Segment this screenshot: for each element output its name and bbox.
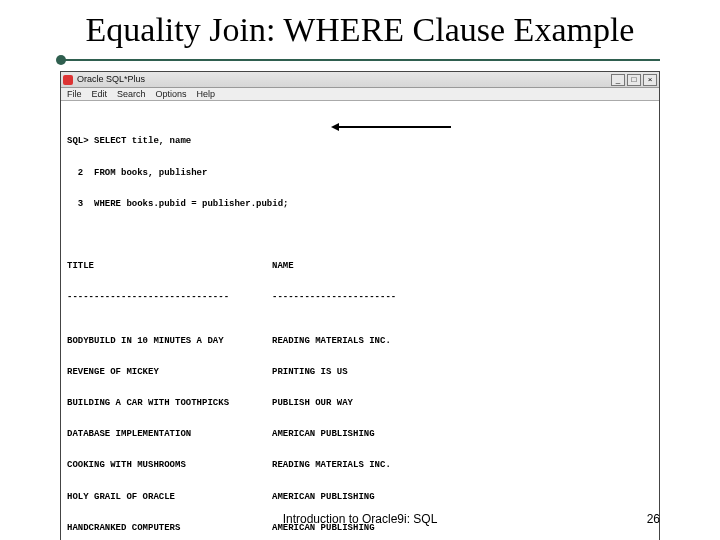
cell-title: BUILDING A CAR WITH TOOTHPICKS [67,398,272,408]
close-button[interactable]: × [643,74,657,86]
table-row: DATABASE IMPLEMENTATIONAMERICAN PUBLISHI… [67,429,653,439]
maximize-button[interactable]: □ [627,74,641,86]
cell-name: AMERICAN PUBLISHING [272,429,375,439]
table-row: COOKING WITH MUSHROOMSREADING MATERIALS … [67,460,653,470]
annotation-arrow [331,123,451,131]
window-controls: _ □ × [611,74,657,86]
menu-options[interactable]: Options [156,89,187,99]
column-headers: TITLENAME [67,261,653,271]
cell-title: COOKING WITH MUSHROOMS [67,460,272,470]
cell-name: PRINTING IS US [272,367,348,377]
app-icon [63,75,73,85]
cell-title: HOLY GRAIL OF ORACLE [67,492,272,502]
slide-footer: Introduction to Oracle9i: SQL 26 [0,512,720,526]
dash-name: ----------------------- [272,292,396,302]
window-titlebar: Oracle SQL*Plus _ □ × [61,72,659,88]
table-row: HOLY GRAIL OF ORACLEAMERICAN PUBLISHING [67,492,653,502]
menu-file[interactable]: File [67,89,82,99]
header-dash-line: ----------------------------------------… [67,292,653,306]
cell-title: REVENGE OF MICKEY [67,367,272,377]
sql-line-2: 2 FROM books, publisher [67,168,653,178]
cell-title: DATABASE IMPLEMENTATION [67,429,272,439]
menu-edit[interactable]: Edit [92,89,108,99]
arrow-shaft [337,126,451,128]
col-header-title: TITLE [67,261,272,271]
table-row: REVENGE OF MICKEYPRINTING IS US [67,367,653,377]
sql-line-3: 3 WHERE books.pubid = publisher.pubid; [67,199,653,209]
menu-search[interactable]: Search [117,89,146,99]
footer-center-text: Introduction to Oracle9i: SQL [0,512,720,526]
menu-help[interactable]: Help [197,89,216,99]
title-rule [60,59,660,61]
blank-line [67,230,653,240]
cell-name: AMERICAN PUBLISHING [272,492,375,502]
cell-title: BODYBUILD IN 10 MINUTES A DAY [67,336,272,346]
sqlplus-window: Oracle SQL*Plus _ □ × File Edit Search O… [60,71,660,540]
col-header-name: NAME [272,261,294,271]
cell-name: READING MATERIALS INC. [272,336,391,346]
dash-title: ------------------------------ [67,292,272,302]
menu-bar: File Edit Search Options Help [61,88,659,101]
slide-title: Equality Join: WHERE Clause Example [0,0,720,49]
terminal-output: SQL> SELECT title, name 2 FROM books, pu… [61,101,659,540]
cell-name: READING MATERIALS INC. [272,460,391,470]
title-underline [60,55,660,65]
cell-name: PUBLISH OUR WAY [272,398,353,408]
minimize-button[interactable]: _ [611,74,625,86]
table-row: BODYBUILD IN 10 MINUTES A DAYREADING MAT… [67,336,653,346]
window-title: Oracle SQL*Plus [77,74,145,84]
table-row: BUILDING A CAR WITH TOOTHPICKSPUBLISH OU… [67,398,653,408]
